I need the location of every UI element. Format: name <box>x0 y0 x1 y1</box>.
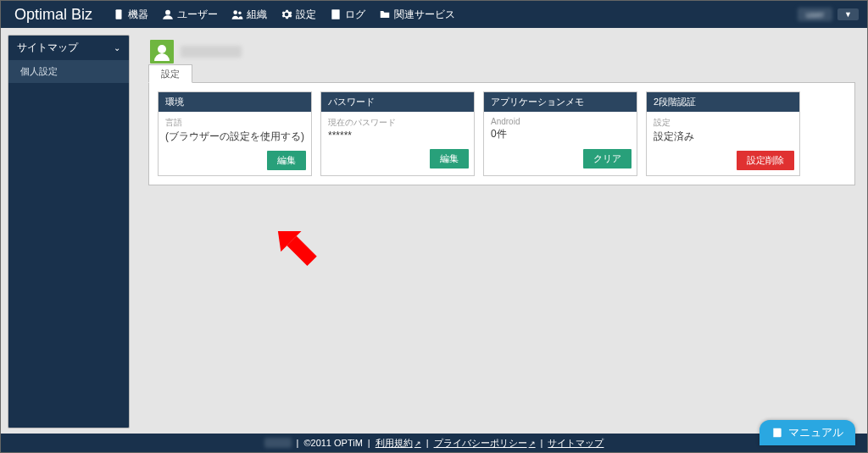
avatar-icon <box>150 40 174 64</box>
svg-rect-4 <box>331 9 339 19</box>
book-icon <box>771 427 783 439</box>
delete-twofa-button[interactable]: 設定削除 <box>737 151 794 170</box>
org-icon <box>231 8 243 20</box>
card-password: パスワード 現在のパスワード ****** 編集 <box>320 91 475 176</box>
nav-label: ログ <box>345 8 365 22</box>
nav-label: ユーザー <box>177 8 218 22</box>
card-header: アプリケーションメモ <box>484 92 637 112</box>
chevron-down-icon: ⌄ <box>114 43 120 52</box>
device-icon <box>113 8 125 20</box>
nav-label: 関連サービス <box>394 8 455 22</box>
main-content: 設定 環境 言語 (ブラウザーの設定を使用する) 編集 <box>136 28 867 435</box>
log-icon <box>330 8 342 20</box>
nav-item-device[interactable]: 機器 <box>106 1 155 28</box>
nav-right: user ▼ <box>798 8 859 21</box>
field-value: ****** <box>328 130 467 141</box>
folder-icon <box>379 8 391 20</box>
user-icon <box>162 8 174 20</box>
card-environment: 環境 言語 (ブラウザーの設定を使用する) 編集 <box>158 91 312 176</box>
page-user-heading <box>150 40 855 64</box>
card-two-factor: 2段階認証 設定 設定済み 設定削除 <box>646 91 800 176</box>
nav-label: 機器 <box>128 8 148 22</box>
nav-item-user[interactable]: ユーザー <box>155 1 225 28</box>
nav-label: 設定 <box>296 8 316 22</box>
settings-panel: 設定 環境 言語 (ブラウザーの設定を使用する) 編集 <box>148 82 855 185</box>
card-header: 2段階認証 <box>647 92 799 112</box>
clear-appmemo-button[interactable]: クリア <box>583 149 632 168</box>
svg-point-2 <box>233 10 237 14</box>
svg-rect-0 <box>116 9 122 19</box>
tab-label: 設定 <box>161 69 180 79</box>
field-label: 現在のパスワード <box>328 117 467 129</box>
footer-link-privacy[interactable]: プライバシーポリシー↗ <box>434 437 536 450</box>
field-value: 設定済み <box>654 130 793 144</box>
field-value: 0件 <box>491 127 630 141</box>
top-nav: Optimal Biz 機器 ユーザー 組織 設定 ログ <box>1 1 867 28</box>
sidebar-title: サイトマップ <box>17 41 78 55</box>
card-header: パスワード <box>321 92 474 112</box>
nav-item-log[interactable]: ログ <box>323 1 372 28</box>
card-app-memo: アプリケーションメモ Android 0件 クリア <box>483 91 637 176</box>
footer-copyright: ©2011 OPTiM <box>303 438 362 448</box>
footer-version-placeholder <box>264 438 292 448</box>
user-name-placeholder <box>181 46 242 58</box>
sidebar-item-label: 個人設定 <box>20 66 58 76</box>
manual-button-label: マニュアル <box>788 425 843 440</box>
nav-item-settings[interactable]: 設定 <box>274 1 323 28</box>
tab-settings[interactable]: 設定 <box>148 64 192 83</box>
nav-items: 機器 ユーザー 組織 設定 ログ 関連サービス <box>106 1 462 28</box>
nav-item-related[interactable]: 関連サービス <box>372 1 462 28</box>
external-link-icon: ↗ <box>415 439 421 448</box>
field-label: Android <box>491 117 630 126</box>
chevron-down-icon: ▼ <box>844 10 852 19</box>
card-header: 環境 <box>159 92 311 112</box>
account-menu[interactable]: ▼ <box>837 8 859 20</box>
svg-point-1 <box>165 10 170 15</box>
brand-logo: Optimal Biz <box>14 6 92 24</box>
footer-link-sitemap[interactable]: サイトマップ <box>548 437 604 450</box>
footer: | ©2011 OPTiM | 利用規約↗ | プライバシーポリシー↗ | サイ… <box>1 434 867 452</box>
gear-icon <box>281 8 292 20</box>
svg-point-3 <box>238 12 242 15</box>
edit-env-button[interactable]: 編集 <box>267 151 306 170</box>
field-value: (ブラウザーの設定を使用する) <box>165 130 304 144</box>
external-link-icon: ↗ <box>529 439 536 448</box>
footer-link-terms[interactable]: 利用規約↗ <box>376 437 421 450</box>
field-label: 言語 <box>165 117 304 129</box>
sidebar-item-personal-settings[interactable]: 個人設定 <box>8 60 129 83</box>
nav-item-org[interactable]: 組織 <box>225 1 274 28</box>
edit-password-button[interactable]: 編集 <box>430 149 469 168</box>
current-user-chip[interactable]: user <box>798 8 832 21</box>
field-label: 設定 <box>654 117 793 129</box>
manual-button[interactable]: マニュアル <box>760 420 855 445</box>
nav-label: 組織 <box>247 8 267 22</box>
sidebar: サイトマップ ⌄ 個人設定 <box>1 28 136 435</box>
sidebar-section-sitemap[interactable]: サイトマップ ⌄ <box>8 36 129 60</box>
